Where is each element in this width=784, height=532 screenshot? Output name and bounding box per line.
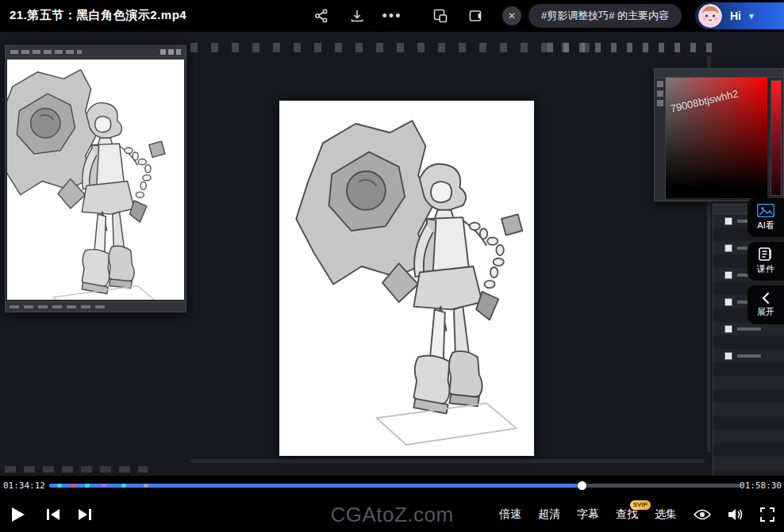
chapter-marker[interactable] [144,484,148,488]
ps-color-picker-titlebar [655,69,783,78]
watch-together-button[interactable] [694,508,711,521]
book-icon [759,247,773,261]
ps-main-canvas [279,101,534,456]
progress-track[interactable] [49,484,741,488]
ps-reference-statusbar [6,301,186,312]
avatar[interactable] [698,4,722,28]
skip-next-icon [78,508,92,521]
play-icon [11,507,25,522]
skip-previous-icon [46,508,60,521]
close-icon: ✕ [508,10,516,21]
svip-badge: SVIP [630,500,651,510]
right-controls: 倍速 超清 字幕 查找 SVIP 选集 [499,496,774,532]
total-time: 01:58:30 [740,480,782,491]
download-icon[interactable] [348,6,367,25]
video-title: 21.第五节：黑白角色演示2.mp4 [10,8,186,23]
ps-color-picker-tools [655,78,666,201]
volume-icon [728,507,744,522]
subtitle-button[interactable]: 字幕 [577,507,599,522]
progress-fill [49,484,582,488]
courseware-label: 课件 [757,263,774,275]
ai-image-icon [757,204,774,217]
find-button[interactable]: 查找 SVIP [616,507,638,522]
ps-status-bar [5,466,148,473]
chevron-left-icon [762,293,770,304]
chevron-down-icon: ▼ [747,12,755,21]
play-button[interactable] [11,507,25,522]
ps-reference-window [5,45,186,312]
previous-button[interactable] [46,508,60,521]
speed-button[interactable]: 倍速 [499,507,521,522]
more-icon[interactable]: ••• [382,6,402,25]
eye-icon [694,508,711,521]
progress-row: 01:34:12 01:58:30 [0,476,784,496]
site-watermark: CGAtoZ.com [330,502,453,526]
volume-button[interactable] [728,507,744,522]
ps-reference-titlebar [6,46,186,58]
video-frame[interactable]: 79008btjswhh2 AI看 课件 [0,32,784,476]
quality-button[interactable]: 超清 [538,507,560,522]
ps-color-picker-panel: 79008btjswhh2 [654,68,784,201]
top-bar: 21.第五节：黑白角色演示2.mp4 ••• ✕ #剪影调整技巧# 的主要内容 [0,0,784,32]
chapter-marker[interactable] [57,484,62,488]
topic-pill[interactable]: #剪影调整技巧# 的主要内容 [528,4,682,28]
character-sketch-image [279,101,534,456]
ps-panel-icons [548,43,722,52]
ps-hue-slider[interactable] [771,80,782,196]
expand-label: 展开 [757,306,774,318]
close-button[interactable]: ✕ [502,6,521,25]
ps-options-bar [190,43,603,52]
screenshot-icon[interactable] [431,6,450,25]
hi-label: Hi [730,10,741,22]
playlist-button[interactable]: 选集 [655,507,677,522]
miniplayer-icon[interactable] [467,6,486,25]
ps-scrollbar-horizontal [190,459,705,463]
reference-sketch-image [7,59,184,300]
fullscreen-button[interactable] [760,507,774,522]
next-button[interactable] [78,508,92,521]
chapter-marker[interactable] [85,484,90,488]
player-controls: CGAtoZ.com 倍速 超清 字幕 查找 SVIP 选集 [0,496,784,532]
chapter-marker[interactable] [102,484,106,488]
chapter-marker[interactable] [71,484,76,488]
ai-view-button[interactable]: AI看 [747,198,784,237]
chapter-marker[interactable] [121,484,126,488]
share-icon[interactable] [312,6,331,25]
progress-thumb[interactable] [578,481,586,490]
courseware-button[interactable]: 课件 [747,242,784,281]
ai-view-label: AI看 [757,220,774,232]
fullscreen-icon [760,507,774,522]
current-time: 01:34:12 [3,480,45,491]
expand-button[interactable]: 展开 [747,285,784,324]
hi-button[interactable]: Hi ▼ [695,2,784,29]
